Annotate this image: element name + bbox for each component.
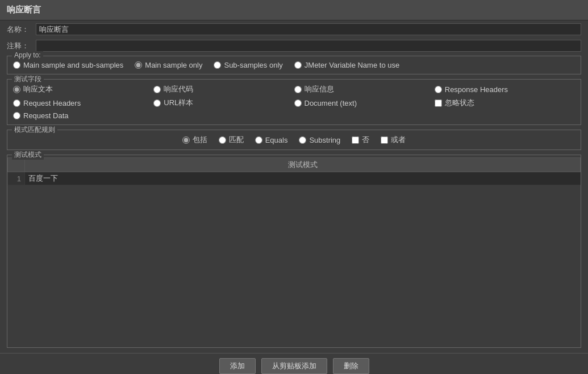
radio-response-code-input[interactable] <box>153 86 161 93</box>
add-clipboard-button[interactable]: 从剪贴板添加 <box>261 358 327 374</box>
radio-main-only-input[interactable] <box>135 61 142 69</box>
radio-jmeter-var[interactable]: JMeter Variable Name to use <box>294 61 399 69</box>
add-button[interactable]: 添加 <box>219 358 256 374</box>
radio-matches-input[interactable] <box>219 136 226 144</box>
name-label: 名称： <box>7 24 32 35</box>
radio-substring[interactable]: Substring <box>299 136 340 144</box>
radio-document-text-input[interactable] <box>294 99 302 107</box>
radio-contains[interactable]: 包括 <box>182 135 207 145</box>
radio-document-text-label: Document (text) <box>305 99 357 107</box>
radio-request-data-input[interactable] <box>13 112 20 119</box>
apply-to-label: Apply to: <box>12 51 43 59</box>
table-row: 1 百度一下 <box>8 172 581 185</box>
note-row: 注释： <box>0 38 588 53</box>
radio-url-sample-input[interactable] <box>153 99 161 107</box>
radio-equals-input[interactable] <box>255 136 262 144</box>
test-mode-value[interactable]: 百度一下 <box>25 172 581 185</box>
radio-jmeter-var-label: JMeter Variable Name to use <box>305 61 399 69</box>
radio-contains-input[interactable] <box>182 136 190 144</box>
checkbox-ignore-status[interactable]: 忽略状态 <box>435 98 575 108</box>
radio-sub-only-input[interactable] <box>214 61 221 69</box>
radio-document-text[interactable]: Document (text) <box>294 98 435 108</box>
test-mode-table: 测试模式 1 百度一下 <box>7 157 581 185</box>
radio-request-data[interactable]: Request Data <box>13 111 153 120</box>
checkbox-or[interactable]: 或者 <box>381 135 406 145</box>
radio-jmeter-var-input[interactable] <box>294 61 302 69</box>
radio-matches-label: 匹配 <box>229 135 244 145</box>
radio-request-headers-label: Request Headers <box>23 99 81 107</box>
radio-sub-only-label: Sub-samples only <box>224 61 282 69</box>
test-mode-label: 测试模式 <box>12 150 44 160</box>
apply-to-group: Apply to: Main sample and sub-samples Ma… <box>7 56 581 74</box>
col-test-mode: 测试模式 <box>25 158 581 172</box>
note-input[interactable] <box>36 40 581 52</box>
checkbox-or-label: 或者 <box>391 135 406 145</box>
pattern-options: 包括 匹配 Equals Substring 否 或者 <box>13 135 575 145</box>
radio-url-sample[interactable]: URL样本 <box>153 98 294 108</box>
checkbox-not-input[interactable] <box>352 136 359 144</box>
radio-matches[interactable]: 匹配 <box>219 135 244 145</box>
radio-main-sub-input[interactable] <box>13 61 20 69</box>
radio-response-info[interactable]: 响应信息 <box>294 84 435 94</box>
radio-main-only-label: Main sample only <box>145 61 202 69</box>
checkbox-not[interactable]: 否 <box>352 135 369 145</box>
checkbox-ignore-status-input[interactable] <box>435 99 442 107</box>
test-field-label: 测试字段 <box>12 74 44 84</box>
radio-response-info-input[interactable] <box>294 86 302 93</box>
radio-url-sample-label: URL样本 <box>164 98 193 108</box>
test-mode-section: 测试模式 测试模式 1 百度一下 <box>7 155 581 348</box>
radio-response-info-label: 响应信息 <box>305 84 334 94</box>
radio-response-code[interactable]: 响应代码 <box>153 84 294 94</box>
radio-response-text[interactable]: 响应文本 <box>13 84 153 94</box>
name-input[interactable] <box>36 23 581 35</box>
line-number: 1 <box>8 172 25 185</box>
radio-contains-label: 包括 <box>193 135 207 145</box>
radio-response-code-label: 响应代码 <box>164 84 193 94</box>
radio-response-headers[interactable]: Response Headers <box>435 84 575 94</box>
name-row: 名称： <box>0 20 588 38</box>
radio-response-text-input[interactable] <box>13 86 20 93</box>
radio-main-sub-label: Main sample and sub-samples <box>23 61 123 69</box>
radio-substring-label: Substring <box>309 136 340 144</box>
radio-equals[interactable]: Equals <box>255 136 288 144</box>
delete-button[interactable]: 删除 <box>333 358 369 374</box>
radio-equals-label: Equals <box>265 136 288 144</box>
radio-main-sub[interactable]: Main sample and sub-samples <box>13 61 123 69</box>
radio-main-only[interactable]: Main sample only <box>135 61 202 69</box>
radio-sub-only[interactable]: Sub-samples only <box>214 61 282 69</box>
test-field-options: 响应文本 响应代码 响应信息 Response Headers Request … <box>13 84 575 120</box>
radio-request-headers-input[interactable] <box>13 99 20 107</box>
radio-response-headers-label: Response Headers <box>445 85 508 94</box>
bottom-buttons: 添加 从剪贴板添加 删除 <box>0 353 588 374</box>
radio-response-headers-input[interactable] <box>435 86 442 93</box>
radio-request-headers[interactable]: Request Headers <box>13 98 153 108</box>
radio-substring-input[interactable] <box>299 136 306 144</box>
radio-response-text-label: 响应文本 <box>23 84 53 94</box>
checkbox-ignore-status-label: 忽略状态 <box>445 98 474 108</box>
pattern-match-label: 模式匹配规则 <box>12 125 57 135</box>
checkbox-or-input[interactable] <box>381 136 388 144</box>
apply-to-options: Main sample and sub-samples Main sample … <box>13 61 575 69</box>
page-title: 响应断言 <box>0 0 588 20</box>
test-field-group: 测试字段 响应文本 响应代码 响应信息 Response Headers <box>7 79 581 125</box>
col-line-no <box>8 158 25 172</box>
radio-request-data-label: Request Data <box>23 111 69 120</box>
checkbox-not-label: 否 <box>362 135 369 145</box>
pattern-match-group: 模式匹配规则 包括 匹配 Equals Substring 否 <box>7 130 581 150</box>
test-mode-table-wrap: 测试模式 1 百度一下 <box>7 157 581 347</box>
note-label: 注释： <box>7 41 32 51</box>
